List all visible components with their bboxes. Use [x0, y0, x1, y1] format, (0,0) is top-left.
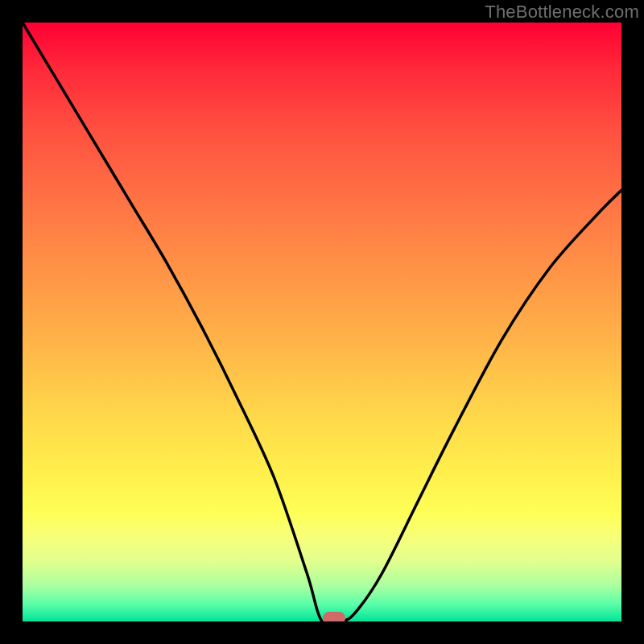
curve-path	[23, 23, 621, 621]
optimal-point-marker	[323, 612, 345, 621]
watermark-text: TheBottleneck.com	[485, 2, 639, 23]
plot-area	[23, 23, 621, 621]
bottleneck-curve	[23, 23, 621, 621]
chart-frame: TheBottleneck.com	[0, 0, 644, 644]
